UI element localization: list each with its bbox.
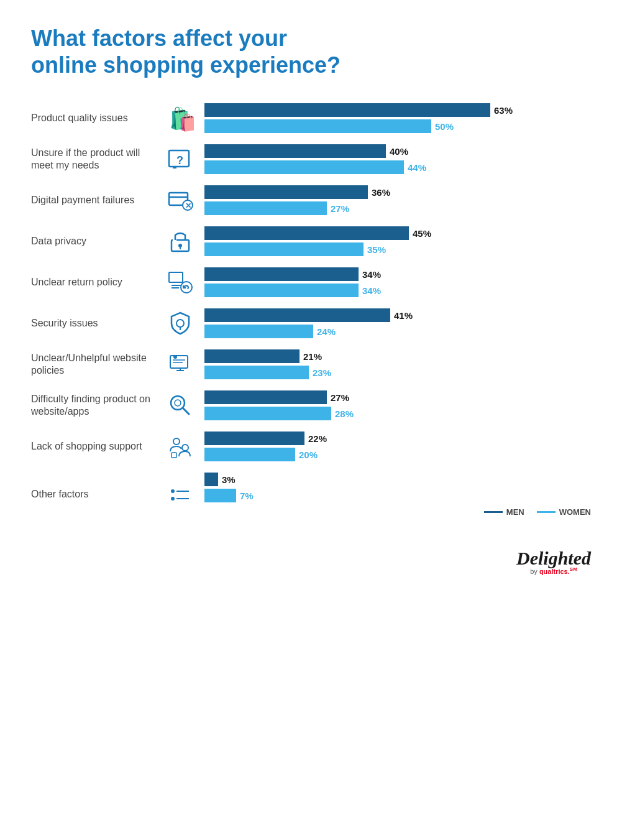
chart-row-return-policy: Unclear return policy 34%34% [31,267,591,297]
row-label-data-privacy: Data privacy [31,235,155,248]
chart-row-shopping-support: Lack of shopping support 22%20% [31,432,591,461]
women-bar-other-factors [204,489,236,502]
svg-point-21 [173,355,177,359]
legend-men: MEN [484,507,524,517]
svg-point-15 [181,282,192,293]
men-pct-other-factors: 3% [222,474,236,485]
men-bar-line-data-privacy: 45% [204,226,591,240]
men-bar-digital-payment [204,185,368,199]
row-label-unsure-product: Unsure if the product will meet my needs [31,147,155,173]
women-bar-unsure-product [204,160,404,174]
bars-product-quality: 63%50% [204,103,591,133]
branding: Delighted by qualtrics.SM [31,548,591,575]
bars-website-policies: 21%23% [204,349,591,379]
women-bar-website-policies [204,366,309,379]
search-icon [163,392,197,419]
row-label-other-factors: Other factors [31,488,155,501]
men-bar-line-digital-payment: 36% [204,185,591,199]
chart-row-security-issues: Security issues 41%24% [31,308,591,338]
bars-difficulty-finding: 27%28% [204,390,591,420]
women-pct-security-issues: 24% [317,326,336,337]
legend-row: MENWOMEN [204,507,591,517]
legend-women-line [537,511,556,513]
women-bar-line-security-issues: 24% [204,325,591,338]
women-bar-data-privacy [204,242,364,256]
list-icon [163,481,197,509]
bars-data-privacy: 45%35% [204,226,591,256]
men-bar-line-website-policies: 21% [204,349,591,363]
svg-point-30 [171,489,175,493]
chart-row-digital-payment: Digital payment failures ✕ 36%27% [31,185,591,215]
men-bar-line-return-policy: 34% [204,267,591,281]
women-pct-unsure-product: 44% [408,162,426,173]
women-bar-digital-payment [204,201,327,215]
men-bar-unsure-product [204,144,386,158]
men-bar-line-shopping-support: 22% [204,432,591,445]
payment-fail-icon: ✕ [163,187,197,214]
svg-point-16 [176,320,184,327]
return-icon [163,269,197,296]
legend-men-line [484,511,503,513]
bars-shopping-support: 22%20% [204,432,591,461]
chart-row-difficulty-finding: Difficulty finding product on website/ap… [31,390,591,420]
svg-line-25 [183,408,189,414]
bars-security-issues: 41%24% [204,308,591,338]
men-bar-line-difficulty-finding: 27% [204,390,591,404]
men-bar-other-factors [204,473,218,486]
men-bar-line-unsure-product: 40% [204,144,591,158]
product-quality-icon: 🛍️ [163,104,197,132]
legend-men-label: MEN [506,507,524,517]
women-bar-line-shopping-support: 20% [204,448,591,461]
women-bar-line-return-policy: 34% [204,284,591,297]
support-icon [163,433,197,460]
svg-rect-18 [170,356,188,368]
svg-point-32 [171,497,175,501]
svg-point-27 [173,438,180,445]
legend-women: WOMEN [537,507,591,517]
women-pct-product-quality: 50% [435,121,454,132]
women-pct-website-policies: 23% [313,367,331,378]
bars-return-policy: 34%34% [204,267,591,297]
chart-row-other-factors: Other factors 3%7%MENWOMEN [31,473,591,517]
row-label-website-policies: Unclear/Unhelpful website policies [31,352,155,378]
men-bar-security-issues [204,308,390,322]
svg-text:🛍️: 🛍️ [169,106,194,132]
men-pct-return-policy: 34% [362,269,381,280]
row-label-return-policy: Unclear return policy [31,276,155,289]
lock-icon [163,228,197,255]
row-label-shopping-support: Lack of shopping support [31,440,155,453]
chart-row-data-privacy: Data privacy 45%35% [31,226,591,256]
women-bar-difficulty-finding [204,407,331,420]
brand-qualtrics: qualtrics.SM [539,568,577,575]
bars-digital-payment: 36%27% [204,185,591,215]
women-bar-product-quality [204,119,431,133]
men-bar-difficulty-finding [204,390,327,404]
shield-icon [163,310,197,337]
men-pct-product-quality: 63% [494,105,513,116]
svg-point-26 [175,400,181,406]
men-bar-line-other-factors: 3% [204,473,591,486]
svg-rect-12 [169,272,183,282]
men-pct-difficulty-finding: 27% [331,392,349,403]
women-bar-line-unsure-product: 44% [204,160,591,174]
row-label-product-quality: Product quality issues [31,112,155,125]
women-pct-shopping-support: 20% [299,450,318,460]
men-pct-security-issues: 41% [394,310,413,321]
women-pct-other-factors: 7% [240,491,254,501]
women-bar-return-policy [204,284,359,297]
women-bar-shopping-support [204,448,295,461]
page-title: What factors affect your online shopping… [31,25,591,78]
men-pct-website-policies: 21% [303,351,322,362]
svg-text:?: ? [176,154,183,167]
men-pct-data-privacy: 45% [413,228,431,239]
legend-women-label: WOMEN [559,507,591,517]
chart-row-product-quality: Product quality issues 🛍️ 63%50% [31,103,591,133]
bars-other-factors: 3%7%MENWOMEN [204,473,591,517]
women-pct-data-privacy: 35% [367,244,386,255]
men-bar-website-policies [204,349,300,363]
monitor-icon [163,351,197,378]
men-bar-line-product-quality: 63% [204,103,591,117]
women-pct-return-policy: 34% [362,285,381,296]
svg-rect-29 [172,453,176,458]
men-pct-unsure-product: 40% [390,146,408,157]
